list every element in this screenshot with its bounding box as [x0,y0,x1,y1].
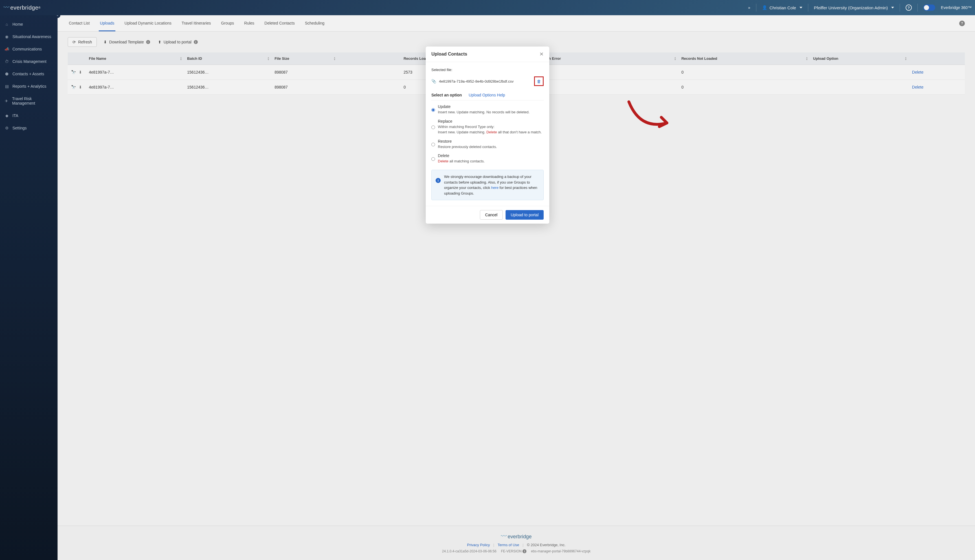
radio-option-replace[interactable]: Replace Within matching Record Type only… [431,119,544,135]
paperclip-icon: 📎 [431,79,436,83]
radio-desc: Insert new. Update matching. No records … [438,110,529,115]
upload-contacts-modal: Upload Contacts ✕ Selected file: 📎 4e819… [426,47,549,223]
info-callout: i We strongly encourage downloading a ba… [431,170,544,200]
radio-label: Update [438,104,529,109]
modal-title: Upload Contacts [431,52,467,57]
selected-file-label: Selected file: [431,68,544,72]
radio-input[interactable] [431,140,435,150]
radio-input[interactable] [431,120,435,135]
radio-desc: Delete all matching contacts. [438,159,485,164]
info-here-link[interactable]: here [491,185,499,190]
modal-overlay: Upload Contacts ✕ Selected file: 📎 4e819… [0,0,975,560]
radio-option-delete[interactable]: Delete Delete all matching contacts. [431,153,544,164]
upload-submit-button[interactable]: Upload to portal [506,210,544,220]
annotation-arrow [626,99,674,136]
select-option-label: Select an option [431,93,462,97]
modal-close-button[interactable]: ✕ [539,51,544,57]
remove-file-button[interactable]: 🗑 [534,77,544,86]
radio-label: Replace [438,119,542,123]
radio-input[interactable] [431,154,435,164]
cancel-button[interactable]: Cancel [480,210,503,220]
radio-input[interactable] [431,105,435,115]
radio-label: Restore [438,139,497,143]
info-icon: i [436,178,441,183]
radio-option-update[interactable]: Update Insert new. Update matching. No r… [431,104,544,115]
radio-desc: Within matching Record Type only:Insert … [438,124,542,135]
upload-options-help-link[interactable]: Upload Options Help [469,93,505,97]
radio-option-restore[interactable]: Restore Restore previously deleted conta… [431,139,544,150]
trash-icon: 🗑 [537,79,541,84]
radio-label: Delete [438,153,485,158]
radio-desc: Restore previously deleted contacts. [438,144,497,150]
selected-file-name: 4e81997a-719a-4952-8e4b-0d928be1fbdf.csv [439,79,531,83]
